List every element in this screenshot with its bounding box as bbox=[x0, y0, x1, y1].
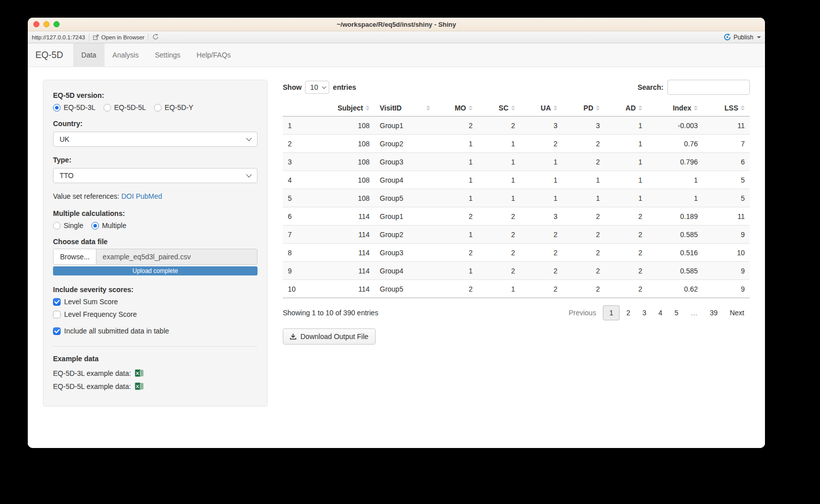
table-cell: 114 bbox=[304, 280, 375, 298]
page-length-value: 10 bbox=[310, 83, 318, 91]
page-button-1[interactable]: 1 bbox=[603, 305, 620, 320]
open-in-browser-label: Open in Browser bbox=[101, 34, 145, 40]
next-page-button[interactable]: Next bbox=[724, 306, 750, 320]
excel-file-icon[interactable]: X bbox=[135, 382, 143, 390]
table-cell: 2 bbox=[562, 207, 605, 226]
type-label: Type: bbox=[53, 156, 258, 164]
header-lss[interactable]: LSS bbox=[703, 100, 750, 117]
chevron-down-icon bbox=[322, 84, 326, 88]
tab-analysis[interactable]: Analysis bbox=[105, 43, 147, 67]
upload-status-text: Upload complete bbox=[132, 267, 178, 274]
page-button-5[interactable]: 5 bbox=[669, 306, 684, 320]
minimize-window-button[interactable] bbox=[43, 21, 49, 27]
table-cell: 1 bbox=[520, 171, 562, 189]
previous-page-button[interactable]: Previous bbox=[563, 306, 601, 320]
svg-text:X: X bbox=[136, 370, 139, 376]
table-cell: 5 bbox=[703, 189, 750, 207]
header-sc[interactable]: SC bbox=[478, 100, 520, 117]
radio-option-multiple[interactable]: Multiple bbox=[91, 221, 126, 230]
table-row[interactable]: 1108Group122331-0.00311 bbox=[283, 117, 750, 135]
table-row[interactable]: 5108Group51111115 bbox=[283, 189, 750, 207]
example-data-label: EQ-5D-3L example data: bbox=[53, 369, 131, 377]
country-select[interactable]: UK bbox=[53, 132, 258, 147]
open-in-browser-button[interactable]: Open in Browser bbox=[93, 34, 145, 40]
table-cell: 2 bbox=[605, 244, 647, 262]
table-info: Showing 1 to 10 of 390 entries bbox=[283, 309, 378, 317]
page-button-4[interactable]: 4 bbox=[653, 306, 668, 320]
table-cell: 0.76 bbox=[647, 135, 703, 153]
search-control: Search: bbox=[638, 80, 750, 95]
checkbox-level-sum-score[interactable] bbox=[53, 298, 61, 306]
radio-option-eq5d5l[interactable]: EQ-5D-5L bbox=[104, 103, 146, 111]
close-window-button[interactable] bbox=[33, 21, 39, 27]
header-visitid[interactable]: VisitID bbox=[375, 100, 435, 117]
sort-icon bbox=[694, 105, 698, 110]
header-ua[interactable]: UA bbox=[520, 100, 562, 117]
table-row[interactable]: 9114Group4122220.5859 bbox=[283, 262, 750, 280]
tab-help-faqs[interactable]: Help/FAQs bbox=[188, 43, 239, 67]
checkbox-row-level-sum[interactable]: Level Sum Score bbox=[53, 298, 258, 306]
table-row[interactable]: 3108Group3111210.7966 bbox=[283, 153, 750, 171]
header-pd[interactable]: PD bbox=[562, 100, 605, 117]
radio-eq5dy[interactable] bbox=[154, 104, 162, 111]
table-row[interactable]: 8114Group3222220.51610 bbox=[283, 244, 750, 262]
radio-single[interactable] bbox=[53, 222, 61, 230]
search-input[interactable] bbox=[668, 80, 750, 95]
sidebar-panel: EQ-5D version: EQ-5D-3L EQ-5D-5L EQ-5D-Y bbox=[43, 80, 268, 407]
browse-button[interactable]: Browse... bbox=[54, 249, 96, 264]
table-cell: 3 bbox=[562, 117, 605, 135]
toolbar-divider bbox=[89, 33, 89, 41]
download-output-button[interactable]: Download Output File bbox=[283, 328, 376, 345]
table-cell: 108 bbox=[304, 117, 375, 135]
table-cell: Group1 bbox=[375, 117, 435, 135]
table-cell: 2 bbox=[478, 244, 520, 262]
doi-link[interactable]: DOI bbox=[121, 192, 134, 200]
table-cell: 1 bbox=[478, 189, 520, 207]
checkbox-include-all-data[interactable] bbox=[53, 327, 61, 335]
reload-button[interactable] bbox=[152, 33, 159, 41]
file-name-field: example_eq5d3l_paired.csv bbox=[96, 249, 257, 264]
table-row[interactable]: 10114Group5212220.629 bbox=[283, 280, 750, 298]
page-button-39[interactable]: 39 bbox=[704, 306, 724, 320]
table-body: 1108Group122331-0.003112108Group2112210.… bbox=[283, 117, 750, 298]
tab-data[interactable]: Data bbox=[73, 43, 105, 67]
type-select[interactable]: TTO bbox=[53, 168, 258, 183]
checkbox-row-include-all[interactable]: Include all submitted data in table bbox=[53, 327, 258, 335]
table-row[interactable]: 6114Group1223220.18911 bbox=[283, 207, 750, 226]
table-cell: 1 bbox=[478, 153, 520, 171]
excel-file-icon[interactable]: X bbox=[135, 369, 143, 377]
page-length-select[interactable]: 10 bbox=[305, 81, 329, 94]
checkbox-row-level-frequency[interactable]: Level Frequency Score bbox=[53, 310, 258, 318]
checkbox-level-frequency-score[interactable] bbox=[53, 311, 61, 318]
radio-eq5d3l[interactable] bbox=[53, 104, 61, 111]
radio-option-eq5dy[interactable]: EQ-5D-Y bbox=[154, 103, 193, 111]
chevron-down-icon bbox=[246, 135, 251, 141]
page-button-3[interactable]: 3 bbox=[637, 306, 652, 320]
table-controls: Show 10 entries Search: bbox=[283, 80, 750, 95]
country-label: Country: bbox=[53, 120, 258, 128]
radio-multiple[interactable] bbox=[91, 222, 99, 230]
page-button-2[interactable]: 2 bbox=[621, 306, 636, 320]
table-row[interactable]: 2108Group2112210.767 bbox=[283, 135, 750, 153]
table-row[interactable]: 4108Group41111115 bbox=[283, 171, 750, 189]
table-cell: 9 bbox=[283, 262, 304, 280]
header-mo[interactable]: MO bbox=[435, 100, 478, 117]
table-cell: 0.516 bbox=[647, 244, 703, 262]
radio-eq5d5l[interactable] bbox=[104, 104, 111, 111]
table-cell: 2 bbox=[435, 280, 478, 298]
table-cell: Group2 bbox=[375, 135, 435, 153]
header-ad[interactable]: AD bbox=[605, 100, 647, 117]
header-index[interactable]: Index bbox=[647, 100, 703, 117]
table-cell: 114 bbox=[304, 262, 375, 280]
header-subject[interactable]: Subject bbox=[304, 100, 375, 117]
table-row[interactable]: 7114Group2122220.5859 bbox=[283, 226, 750, 244]
publish-button[interactable]: Publish bbox=[724, 33, 761, 41]
table-cell: 2 bbox=[283, 135, 304, 153]
tab-settings[interactable]: Settings bbox=[147, 43, 189, 67]
table-cell: 1 bbox=[435, 226, 478, 244]
pubmed-link[interactable]: PubMed bbox=[136, 192, 162, 200]
maximize-window-button[interactable] bbox=[54, 21, 60, 27]
radio-option-single[interactable]: Single bbox=[53, 221, 83, 230]
radio-option-eq5d3l[interactable]: EQ-5D-3L bbox=[53, 103, 95, 111]
example-data-row: EQ-5D-5L example data: X bbox=[53, 382, 258, 390]
